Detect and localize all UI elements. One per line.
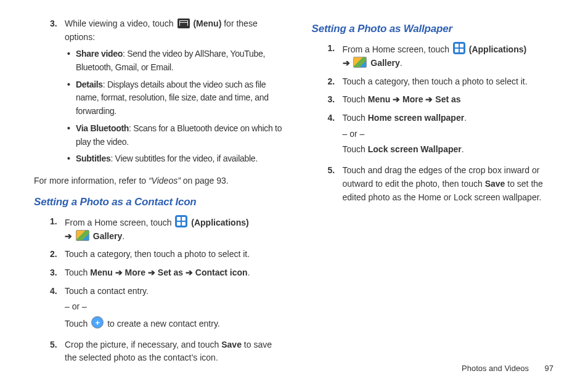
ref-pre: For more information, refer to [34,176,149,186]
item-number: 5. [327,164,343,204]
bullet-text: : Displays details about the video such … [76,80,269,116]
text: Touch [65,267,90,277]
item-number: 2. [327,75,343,89]
bullet-details: • Details: Displays details about the vi… [67,78,286,118]
gallery-label: Gallery [93,231,122,241]
menu-path: Menu [90,267,113,277]
home-wallpaper-label: Home screen wallpaper [368,113,464,123]
ref-link: “Videos” [149,176,181,186]
item-number: 4. [49,285,65,333]
step-3: 3. Touch Menu ➔ More ➔ Set as [327,93,564,107]
footer-section: Photos and Videos [462,364,529,373]
bullet-label: Share video [76,49,123,59]
item-number: 3. [49,17,65,169]
apps-label: (Applications) [469,44,526,54]
reference-line: For more information, refer to “Videos” … [34,174,286,188]
arrow-icon: ➔ [65,231,72,241]
applications-icon [175,215,187,227]
item-number: 3. [49,266,65,280]
item-number: 2. [49,248,65,261]
step-1: 1. From a Home screen, touch (Applicatio… [49,215,286,243]
text: to create a new contact entry. [107,319,220,329]
text: Touch [65,319,90,329]
step-2: 2. Touch a category, then touch a photo … [327,75,564,89]
step-3: 3. Touch Menu ➔ More ➔ Set as ➔ Contact … [49,266,286,280]
bullet-via-bluetooth: • Via Bluetooth: Scans for a Bluetooth d… [67,122,286,149]
add-contact-icon: + [91,316,104,329]
menu-label: (Menu) [193,18,221,28]
step-4: 4. Touch a contact entry. – or – Touch +… [49,285,286,333]
save-label: Save [485,179,505,189]
gallery-label: Gallery [370,58,399,68]
left-column: 3. While viewing a video, touch (Menu) f… [34,17,286,370]
text: Touch a category, then touch a photo to … [343,75,564,89]
gallery-icon [353,57,367,68]
bullet-subtitles: • Subtitles: View subtitles for the vide… [67,152,286,166]
item-number: 4. [327,112,343,159]
bullet-label: Subtitles [76,153,110,163]
or-text: – or – [65,300,286,314]
item-number: 5. [49,338,65,365]
section-heading-wallpaper: Setting a Photo as Wallpaper [312,21,564,37]
step-5: 5. Crop the picture, if necessary, and t… [49,338,286,365]
right-column: Setting a Photo as Wallpaper 1. From a H… [312,17,564,370]
dot: . [122,231,125,241]
or-text: – or – [343,128,564,141]
text: From a Home screen, touch [343,44,452,54]
applications-icon [453,42,465,54]
page-footer: Photos and Videos 97 [462,362,553,375]
item-number: 1. [327,42,343,70]
bullet-share-video: • Share video: Send the video by AllShar… [67,47,286,74]
bullet-label: Details [76,80,103,89]
item-number: 3. [327,93,343,107]
step-2: 2. Touch a category, then touch a photo … [49,248,286,261]
step-5: 5. Touch and drag the edges of the crop … [327,164,564,204]
page-number: 97 [545,364,553,373]
text: While viewing a video, touch [65,18,176,28]
text: From a Home screen, touch [65,218,174,227]
ref-post: on page 93. [181,176,229,186]
menu-icon [178,18,190,28]
gallery-icon [76,230,89,241]
text: Touch a category, then touch a photo to … [65,248,286,261]
text: Touch a contact entry. [65,285,286,298]
bullet-text: : View subtitles for the video, if avail… [110,153,257,163]
page-content: 3. While viewing a video, touch (Menu) f… [0,0,588,370]
section-heading-contact-icon: Setting a Photo as a Contact Icon [34,194,286,210]
step-4: 4. Touch Home screen wallpaper. – or – T… [327,112,564,159]
apps-label: (Applications) [191,218,248,227]
save-label: Save [221,340,242,349]
arrow-icon: ➔ [343,58,350,68]
list-item-3: 3. While viewing a video, touch (Menu) f… [49,17,286,169]
lock-wallpaper-label: Lock screen Wallpaper [368,144,462,154]
text: Crop the picture, if necessary, and touc… [65,340,221,349]
step-1: 1. From a Home screen, touch (Applicatio… [327,42,564,70]
bullet-label: Via Bluetooth [76,123,129,133]
item-number: 1. [49,215,65,243]
